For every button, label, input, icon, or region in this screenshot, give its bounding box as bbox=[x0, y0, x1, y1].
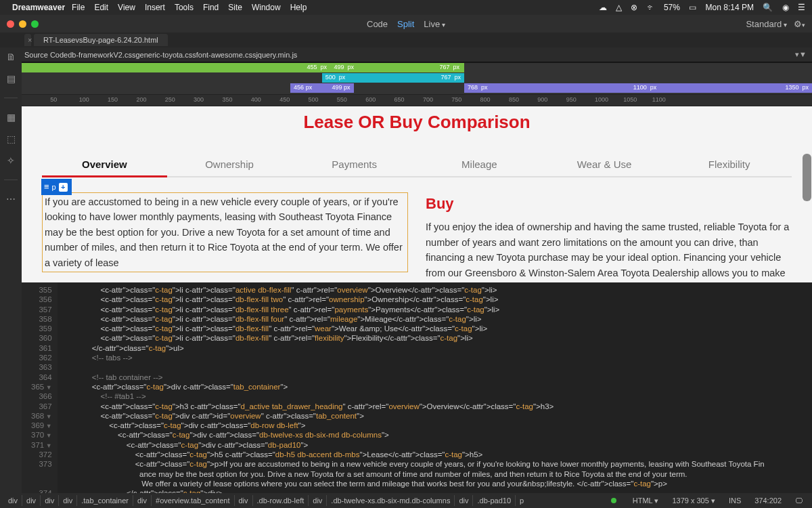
left-tool-rail: 🗎 ▤ ▦ ⬚ ✧ ⋯ bbox=[0, 47, 22, 508]
status-bar: divdivdivdiv.tab_containerdiv#overview.t… bbox=[0, 493, 812, 508]
filter-related-icon[interactable]: ▾▼ bbox=[795, 50, 807, 59]
menu-tools[interactable]: Tools bbox=[175, 3, 194, 12]
related-file[interactable]: font-awesome.css bbox=[196, 51, 256, 59]
assets-icon[interactable]: ▦ bbox=[7, 112, 16, 123]
content-tab-mileage[interactable]: Mileage bbox=[417, 153, 542, 176]
app-toolbar: Code Split Live Standard ⚙▾ bbox=[0, 15, 812, 33]
mq-green-max[interactable]: 455 px 499 px 767 px bbox=[22, 63, 464, 72]
menu-view[interactable]: View bbox=[118, 3, 135, 12]
creative-cloud-icon[interactable]: ⊗ bbox=[631, 3, 637, 12]
pixel-ruler[interactable]: 5010015020025030035040045050055060065070… bbox=[22, 94, 812, 106]
breadcrumb-segment[interactable]: p bbox=[515, 495, 528, 506]
spotlight-icon[interactable]: 🔍 bbox=[763, 3, 773, 12]
cc-sync-icon[interactable]: △ bbox=[616, 3, 622, 12]
wifi-icon[interactable]: ᯤ bbox=[647, 3, 655, 12]
code-editor[interactable]: <c-attr">class="c-tag">li c-attr">class=… bbox=[58, 282, 765, 494]
document-tab-bar: × RT-LeasevsBuy-page-6.24.20.html bbox=[0, 33, 812, 47]
buy-paragraph: If you enjoy the idea of ownership and h… bbox=[426, 219, 792, 282]
notification-center-icon[interactable]: ☰ bbox=[798, 3, 805, 12]
menu-find[interactable]: Find bbox=[203, 3, 219, 12]
breadcrumb-segment[interactable]: div bbox=[234, 495, 252, 506]
battery-percent[interactable]: 57% bbox=[664, 3, 680, 12]
breadcrumb-segment[interactable]: div bbox=[58, 495, 76, 506]
related-file[interactable]: generic-toyota.css bbox=[135, 51, 196, 59]
related-file[interactable]: Source Code bbox=[24, 51, 68, 59]
split-workspace: Lease OR Buy Comparison OverviewOwnershi… bbox=[22, 106, 812, 494]
insert-icon[interactable]: ⬚ bbox=[7, 133, 16, 144]
clock[interactable]: Mon 8:14 PM bbox=[706, 3, 754, 12]
preview-icon[interactable]: 🖵 bbox=[790, 495, 808, 506]
more-tools-icon[interactable]: ⋯ bbox=[6, 194, 16, 205]
cloud-sync-icon[interactable]: ☁ bbox=[599, 3, 607, 12]
live-scrollbar[interactable] bbox=[803, 154, 811, 201]
breadcrumb-segment[interactable]: .db-pad10 bbox=[472, 495, 515, 506]
siri-icon[interactable]: ◉ bbox=[782, 3, 789, 12]
mac-menubar: Dreamweaver FileEditViewInsertToolsFindS… bbox=[0, 0, 812, 15]
element-menu-icon[interactable] bbox=[44, 180, 49, 194]
insert-mode[interactable]: INS bbox=[723, 495, 746, 506]
mq-teal-range[interactable]: 500 px 767 px bbox=[322, 73, 464, 83]
window-close-button[interactable] bbox=[7, 20, 14, 28]
menu-window[interactable]: Window bbox=[252, 3, 281, 12]
breadcrumb-segment[interactable]: div bbox=[308, 495, 326, 506]
related-file[interactable]: db-frameworkV2.css bbox=[68, 51, 135, 59]
lease-paragraph[interactable]: If you are accustomed to being in a new … bbox=[42, 192, 408, 272]
related-file[interactable]: jquery.min.js bbox=[256, 51, 297, 59]
window-minimize-button[interactable] bbox=[19, 20, 26, 28]
content-tabs: OverviewOwnershipPaymentsMileageWear & U… bbox=[42, 153, 792, 177]
breadcrumb-segment[interactable]: .tab_container bbox=[76, 495, 133, 506]
tab-close-button[interactable]: × bbox=[24, 34, 31, 46]
breadcrumb-segment[interactable]: div bbox=[22, 495, 40, 506]
mq-purple-range-1[interactable]: 456 px 499 px bbox=[290, 83, 353, 93]
menu-site[interactable]: Site bbox=[228, 3, 242, 12]
caret-position: 374:202 bbox=[749, 495, 787, 506]
view-mode-switch: Code Split Live bbox=[367, 19, 445, 29]
media-query-bar[interactable]: 455 px 499 px 767 px 500 px 767 px 456 p… bbox=[22, 63, 812, 94]
menu-insert[interactable]: Insert bbox=[145, 3, 165, 12]
window-controls bbox=[0, 16, 45, 32]
element-selection-hud[interactable]: p + bbox=[41, 179, 72, 195]
app-name[interactable]: Dreamweaver bbox=[12, 3, 65, 12]
breadcrumb-segment[interactable]: .db-row.db-left bbox=[252, 495, 309, 506]
breadcrumb-segment[interactable]: div bbox=[454, 495, 472, 506]
line-gutter[interactable]: 3553563573583593603613623633643653663673… bbox=[22, 282, 58, 494]
behaviors-icon[interactable]: ✧ bbox=[7, 155, 15, 166]
menu-file[interactable]: File bbox=[72, 3, 85, 12]
breadcrumb-segment[interactable]: div bbox=[4, 495, 22, 506]
breadcrumb-segment[interactable]: div bbox=[40, 495, 58, 506]
file-manager-icon[interactable]: 🗎 bbox=[6, 51, 16, 62]
dom-panel-icon[interactable]: ▤ bbox=[7, 73, 16, 84]
quick-insert-button[interactable]: + bbox=[59, 183, 68, 192]
battery-icon[interactable]: ▭ bbox=[689, 3, 696, 12]
content-tab-wear-use[interactable]: Wear & Use bbox=[542, 153, 667, 176]
mq-purple-range-2[interactable]: 768 px 1100 px 1350 px bbox=[464, 83, 812, 93]
content-tab-payments[interactable]: Payments bbox=[292, 153, 417, 176]
view-code[interactable]: Code bbox=[367, 19, 388, 29]
content-tab-overview[interactable]: Overview bbox=[42, 153, 167, 177]
breadcrumb-segment[interactable]: .db-twelve-xs.db-six-md.db-columns bbox=[326, 495, 454, 506]
view-live[interactable]: Live bbox=[424, 19, 445, 29]
mac-status-area: ☁ △ ⊗ ᯤ 57% ▭ Mon 8:14 PM 🔍 ◉ ☰ bbox=[592, 3, 806, 12]
content-tab-ownership[interactable]: Ownership bbox=[167, 153, 292, 176]
viewport-size[interactable]: 1379 x 305 ▾ bbox=[667, 495, 721, 507]
breadcrumb-segment[interactable]: div bbox=[133, 495, 151, 506]
workspace-picker[interactable]: Standard bbox=[746, 19, 787, 29]
view-split[interactable]: Split bbox=[397, 19, 414, 29]
menu-help[interactable]: Help bbox=[290, 3, 307, 12]
error-indicator[interactable] bbox=[606, 495, 625, 506]
buy-heading: Buy bbox=[426, 192, 792, 215]
document-tab[interactable]: RT-LeasevsBuy-page-6.24.20.html bbox=[34, 34, 168, 46]
page-heading: Lease OR Buy Comparison bbox=[42, 112, 792, 133]
doc-lang[interactable]: HTML ▾ bbox=[627, 495, 664, 507]
settings-gear-icon[interactable]: ⚙▾ bbox=[794, 19, 805, 29]
breadcrumb-segment[interactable]: #overview.tab_content bbox=[151, 495, 233, 506]
live-view-pane[interactable]: Lease OR Buy Comparison OverviewOwnershi… bbox=[22, 106, 812, 282]
code-view-pane[interactable]: 3553563573583593603613623633643653663673… bbox=[22, 282, 812, 494]
content-tab-flexibility[interactable]: Flexibility bbox=[667, 153, 792, 176]
related-files-bar: Source Codedb-frameworkV2.cssgeneric-toy… bbox=[0, 47, 812, 62]
selected-tag: p bbox=[52, 182, 56, 193]
menu-edit[interactable]: Edit bbox=[94, 3, 108, 12]
window-zoom-button[interactable] bbox=[31, 20, 39, 28]
